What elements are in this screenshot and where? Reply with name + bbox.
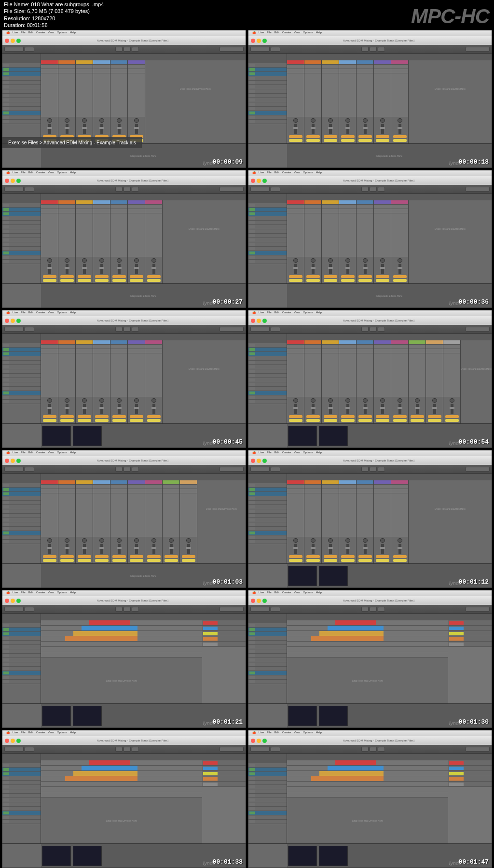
- track-activator[interactable]: [358, 135, 372, 138]
- minimize-icon[interactable]: [11, 739, 15, 743]
- browser-panel[interactable]: [248, 614, 287, 703]
- maximize-icon[interactable]: [262, 319, 267, 323]
- track-column[interactable]: [180, 480, 197, 537]
- track-header-slot[interactable]: [58, 200, 75, 205]
- clip-slot[interactable]: [322, 209, 339, 213]
- browser-item[interactable]: [2, 89, 41, 94]
- minimize-icon[interactable]: [257, 39, 261, 43]
- metronome-button[interactable]: [25, 607, 34, 612]
- browser-item[interactable]: [2, 98, 41, 102]
- browser-item[interactable]: [2, 107, 41, 111]
- mac-menubar[interactable]: 🍎 LiveFileEditCreateViewOptionsHelp: [248, 730, 492, 736]
- menu-item[interactable]: View: [48, 311, 54, 316]
- clip-slot[interactable]: [287, 209, 304, 213]
- mac-menubar[interactable]: 🍎 LiveFileEditCreateViewOptionsHelp: [2, 310, 246, 316]
- browser-item[interactable]: [2, 260, 41, 264]
- track-activator[interactable]: [306, 555, 320, 558]
- drop-area[interactable]: Drop Files and Devices Here: [163, 340, 246, 397]
- mixer-channel[interactable]: [391, 257, 409, 283]
- browser-item[interactable]: [2, 365, 41, 369]
- track-column[interactable]: [128, 480, 145, 537]
- track-activator[interactable]: [78, 275, 91, 278]
- play-button[interactable]: [115, 607, 123, 612]
- clip-slot[interactable]: [409, 345, 425, 349]
- menu-item[interactable]: Live: [13, 591, 18, 596]
- browser-item[interactable]: [2, 509, 41, 514]
- clip-slot[interactable]: [145, 205, 162, 209]
- clip-slot[interactable]: [76, 65, 93, 69]
- menu-item[interactable]: Options: [57, 171, 67, 176]
- play-button[interactable]: [361, 467, 369, 472]
- browser-item[interactable]: [2, 387, 41, 391]
- clip-slot[interactable]: [58, 205, 75, 209]
- stop-button[interactable]: [124, 747, 131, 752]
- browser-item[interactable]: [248, 645, 287, 649]
- menu-item[interactable]: Help: [70, 31, 76, 36]
- solo-button[interactable]: [376, 419, 389, 422]
- browser-item[interactable]: [2, 540, 41, 544]
- window-titlebar[interactable]: Advanced EDM Mixing - Example Track [Exe…: [2, 316, 246, 325]
- browser-panel[interactable]: [2, 194, 41, 283]
- menu-item[interactable]: Help: [316, 31, 322, 36]
- track-column[interactable]: [322, 340, 339, 397]
- menu-item[interactable]: Help: [70, 591, 76, 596]
- solo-button[interactable]: [43, 559, 56, 562]
- menu-item[interactable]: Help: [316, 731, 322, 736]
- clip-slot[interactable]: [304, 205, 321, 209]
- mixer-channel[interactable]: [76, 397, 93, 423]
- clip-slot[interactable]: [110, 349, 127, 353]
- mixer-channel[interactable]: [322, 397, 339, 423]
- volume-fader[interactable]: [329, 264, 332, 274]
- arrangement-track[interactable]: [41, 620, 202, 626]
- mixer-channel[interactable]: [357, 117, 374, 143]
- browser-item[interactable]: [248, 632, 287, 636]
- browser-item[interactable]: [248, 395, 287, 400]
- menu-item[interactable]: File: [21, 311, 26, 316]
- arrangement-clip[interactable]: [73, 771, 138, 776]
- browser-item[interactable]: [248, 641, 287, 645]
- browser-item[interactable]: [248, 483, 287, 488]
- close-icon[interactable]: [5, 459, 9, 463]
- track-activator[interactable]: [393, 415, 407, 418]
- clip-slot[interactable]: [391, 209, 408, 213]
- minimize-icon[interactable]: [257, 739, 261, 743]
- browser-item[interactable]: [248, 68, 287, 72]
- solo-button[interactable]: [60, 279, 74, 282]
- browser-item[interactable]: [248, 505, 287, 509]
- track-activator[interactable]: [358, 275, 372, 278]
- browser-item[interactable]: [2, 772, 41, 776]
- browser-item[interactable]: [2, 120, 41, 124]
- clip-slot[interactable]: [391, 205, 408, 209]
- close-icon[interactable]: [251, 739, 255, 743]
- play-button[interactable]: [115, 747, 123, 752]
- menu-item[interactable]: View: [294, 31, 300, 36]
- solo-button[interactable]: [112, 559, 126, 562]
- minimize-icon[interactable]: [11, 179, 15, 183]
- track-column[interactable]: [58, 200, 76, 257]
- track-header-slot[interactable]: [76, 480, 93, 485]
- menu-item[interactable]: Edit: [274, 311, 279, 316]
- track-column[interactable]: [339, 60, 357, 117]
- mixer-channel[interactable]: [145, 397, 163, 423]
- window-titlebar[interactable]: Advanced EDM Mixing - Example Track [Exe…: [248, 736, 492, 745]
- browser-item[interactable]: [2, 212, 41, 216]
- track-header[interactable]: [448, 642, 492, 647]
- browser-item[interactable]: [248, 488, 287, 492]
- track-activator[interactable]: [376, 415, 389, 418]
- close-icon[interactable]: [251, 599, 255, 603]
- track-header-slot[interactable]: [426, 340, 443, 345]
- menu-item[interactable]: Live: [259, 451, 264, 456]
- window-titlebar[interactable]: Advanced EDM Mixing - Example Track [Exe…: [2, 36, 246, 45]
- browser-panel[interactable]: [248, 54, 287, 143]
- menu-item[interactable]: Help: [316, 311, 322, 316]
- browser-item[interactable]: [248, 255, 287, 260]
- track-header[interactable]: [448, 782, 492, 787]
- browser-item[interactable]: [248, 496, 287, 501]
- mixer-channel[interactable]: [374, 537, 391, 563]
- track-header[interactable]: [202, 766, 246, 771]
- track-activator[interactable]: [393, 135, 407, 138]
- volume-fader[interactable]: [66, 264, 69, 274]
- transport-bar[interactable]: [2, 465, 246, 474]
- track-column[interactable]: [339, 200, 357, 257]
- mixer-channel[interactable]: [357, 257, 374, 283]
